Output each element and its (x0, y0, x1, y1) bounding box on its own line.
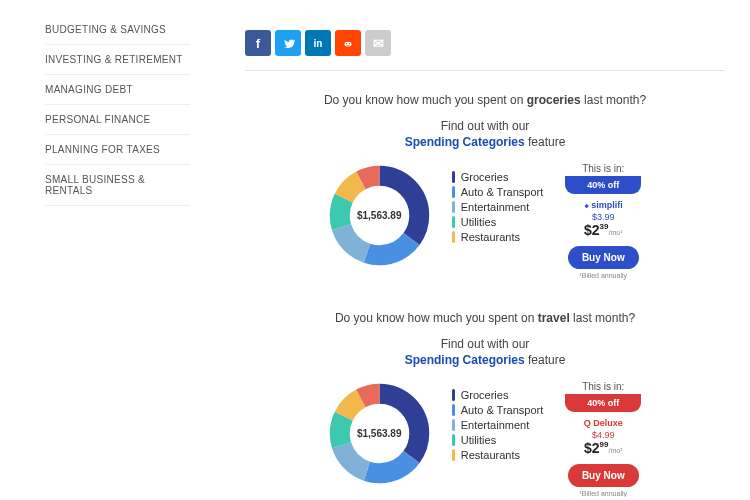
legend-swatch-icon (452, 231, 455, 243)
discount-badge: 40% off (565, 176, 641, 194)
facebook-icon[interactable]: f (245, 30, 271, 56)
product-card-deluxe: This is in: 40% off Q Deluxe $4.99 $299/… (563, 381, 643, 497)
old-price: $4.99 (563, 430, 643, 440)
legend-item: Restaurants (452, 449, 544, 461)
legend-label: Groceries (461, 389, 509, 401)
legend-swatch-icon (452, 434, 455, 446)
legend-item: Utilities (452, 216, 544, 228)
donut-chart: $1,563.89 (327, 381, 432, 486)
old-price: $3.99 (563, 212, 643, 222)
billing-note: ¹Billed annually (563, 490, 643, 497)
sidebar-item-taxes[interactable]: PLANNING FOR TAXES (45, 135, 190, 165)
sidebar-item-debt[interactable]: MANAGING DEBT (45, 75, 190, 105)
legend: GroceriesAuto & TransportEntertainmentUt… (452, 163, 544, 243)
new-price: $239/mo¹ (563, 222, 643, 238)
legend-label: Entertainment (461, 419, 529, 431)
sidebar-item-personal-finance[interactable]: PERSONAL FINANCE (45, 105, 190, 135)
product-card-simplifi: This is in: 40% off ⬥ simplifi $3.99 $23… (563, 163, 643, 279)
legend-label: Auto & Transport (461, 404, 544, 416)
legend-swatch-icon (452, 419, 455, 431)
main-content: f in ✉ Do you know how much you spent on… (190, 0, 750, 497)
sidebar-item-investing[interactable]: INVESTING & RETIREMENT (45, 45, 190, 75)
legend-item: Auto & Transport (452, 404, 544, 416)
legend-swatch-icon (452, 171, 455, 183)
sidebar-item-small-business[interactable]: SMALL BUSINESS & RENTALS (45, 165, 190, 206)
reddit-icon[interactable] (335, 30, 361, 56)
legend-item: Entertainment (452, 419, 544, 431)
buy-now-button[interactable]: Buy Now (568, 246, 639, 269)
new-price: $299/mo¹ (563, 440, 643, 456)
svg-point-2 (346, 43, 347, 44)
legend-item: Groceries (452, 389, 544, 401)
legend-item: Restaurants (452, 231, 544, 243)
legend-label: Groceries (461, 171, 509, 183)
promo-link-line: Spending Categories feature (245, 353, 725, 367)
legend-item: Auto & Transport (452, 186, 544, 198)
legend: GroceriesAuto & TransportEntertainmentUt… (452, 381, 544, 461)
product-name: ⬥ simplifi (563, 200, 643, 210)
donut-center-value: $1,563.89 (327, 381, 432, 486)
twitter-icon[interactable] (275, 30, 301, 56)
billing-note: ¹Billed annually (563, 272, 643, 279)
legend-label: Restaurants (461, 231, 520, 243)
promo-link-line: Spending Categories feature (245, 135, 725, 149)
svg-point-3 (349, 43, 350, 44)
legend-label: Utilities (461, 434, 496, 446)
sidebar-item-budgeting[interactable]: BUDGETING & SAVINGS (45, 15, 190, 45)
share-bar: f in ✉ (245, 30, 725, 71)
sidebar: BUDGETING & SAVINGS INVESTING & RETIREME… (0, 0, 190, 497)
buy-now-button[interactable]: Buy Now (568, 464, 639, 487)
linkedin-icon[interactable]: in (305, 30, 331, 56)
legend-swatch-icon (452, 186, 455, 198)
promo-travel: Do you know how much you spent on travel… (245, 311, 725, 497)
promo-subtext: Find out with our (245, 119, 725, 133)
legend-swatch-icon (452, 201, 455, 213)
spending-categories-link[interactable]: Spending Categories (405, 353, 525, 367)
legend-label: Utilities (461, 216, 496, 228)
legend-item: Entertainment (452, 201, 544, 213)
legend-swatch-icon (452, 404, 455, 416)
legend-item: Groceries (452, 171, 544, 183)
legend-label: Restaurants (461, 449, 520, 461)
donut-center-value: $1,563.89 (327, 163, 432, 268)
spending-categories-link[interactable]: Spending Categories (405, 135, 525, 149)
promo-subtext: Find out with our (245, 337, 725, 351)
donut-chart: $1,563.89 (327, 163, 432, 268)
card-heading: This is in: (563, 163, 643, 174)
promo-groceries: Do you know how much you spent on grocer… (245, 93, 725, 279)
legend-item: Utilities (452, 434, 544, 446)
legend-swatch-icon (452, 449, 455, 461)
legend-swatch-icon (452, 216, 455, 228)
email-icon[interactable]: ✉ (365, 30, 391, 56)
legend-label: Auto & Transport (461, 186, 544, 198)
legend-label: Entertainment (461, 201, 529, 213)
promo-question: Do you know how much you spent on grocer… (245, 93, 725, 107)
product-name: Q Deluxe (563, 418, 643, 428)
legend-swatch-icon (452, 389, 455, 401)
card-heading: This is in: (563, 381, 643, 392)
promo-question: Do you know how much you spent on travel… (245, 311, 725, 325)
discount-badge: 40% off (565, 394, 641, 412)
